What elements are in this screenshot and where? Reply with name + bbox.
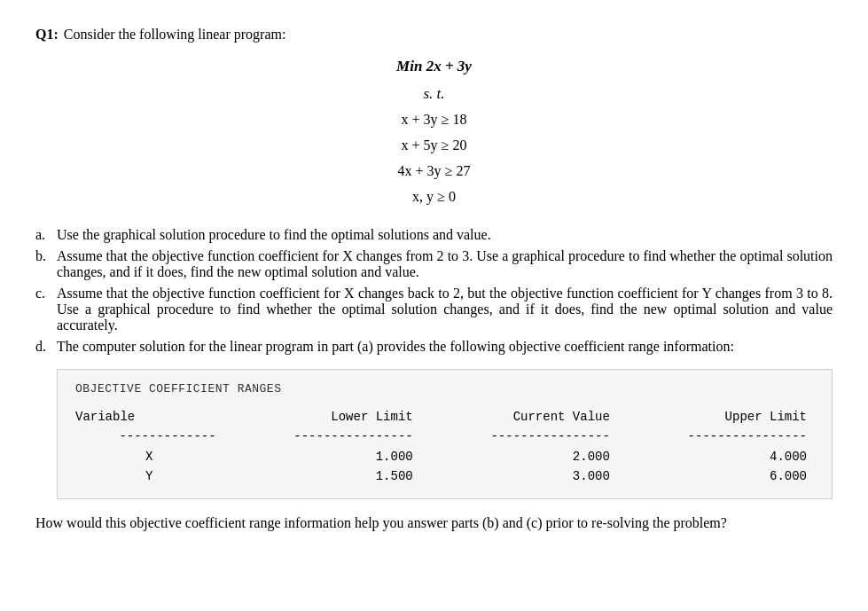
row-x-upper: 4.000 (617, 447, 814, 466)
lp-st: s. t. (35, 81, 833, 108)
table-title: OBJECTIVE COEFFICIENT RANGES (75, 382, 814, 396)
row-y-lower: 1.500 (223, 466, 420, 486)
part-c: c. Assume that the objective function co… (35, 286, 833, 333)
part-a-text: Use the graphical solution procedure to … (57, 227, 833, 243)
part-c-text: Assume that the objective function coeff… (57, 286, 833, 333)
table-row-x: X 1.000 2.000 4.000 (75, 447, 814, 466)
col-header-upper: Upper Limit (617, 408, 814, 427)
part-a: a. Use the graphical solution procedure … (35, 227, 833, 243)
lp-constraint-2: x + 5y ≥ 20 (35, 133, 833, 159)
part-d-label: d. (35, 339, 57, 355)
row-x-lower: 1.000 (223, 447, 420, 466)
part-b-text: Assume that the objective function coeff… (57, 248, 833, 280)
row-x-current: 2.000 (420, 447, 617, 466)
part-d-text: The computer solution for the linear pro… (57, 339, 833, 355)
separator-lower: ---------------- (223, 427, 420, 447)
lp-constraint-3: 4x + 3y ≥ 27 (35, 159, 833, 184)
question-header: Q1: Consider the following linear progra… (35, 27, 833, 43)
part-c-label: c. (35, 286, 57, 302)
part-b: b. Assume that the objective function co… (35, 248, 833, 280)
col-header-lower: Lower Limit (223, 408, 420, 427)
lp-constraint-1: x + 3y ≥ 18 (35, 107, 833, 133)
objective-coefficient-table-section: OBJECTIVE COEFFICIENT RANGES Variable Lo… (57, 369, 833, 499)
row-x-variable: X (75, 447, 223, 466)
coefficient-ranges-table: Variable Lower Limit Current Value Upper… (75, 408, 814, 486)
separator-current: ---------------- (420, 427, 617, 447)
parts-list: a. Use the graphical solution procedure … (35, 227, 833, 355)
separator-variable: ------------- (75, 427, 223, 447)
part-b-label: b. (35, 248, 57, 264)
separator-upper: ---------------- (617, 427, 814, 447)
question-intro: Consider the following linear program: (64, 27, 286, 43)
part-a-label: a. (35, 227, 57, 243)
final-question: How would this objective coefficient ran… (35, 515, 833, 531)
row-y-upper: 6.000 (617, 466, 814, 486)
col-header-current: Current Value (420, 408, 617, 427)
lp-objective: Min 2x + 3y (35, 53, 833, 81)
lp-problem: Min 2x + 3y s. t. x + 3y ≥ 18 x + 5y ≥ 2… (35, 53, 833, 209)
row-y-current: 3.000 (420, 466, 617, 486)
row-y-variable: Y (75, 466, 223, 486)
table-row-y: Y 1.500 3.000 6.000 (75, 466, 814, 486)
part-d: d. The computer solution for the linear … (35, 339, 833, 355)
col-header-variable: Variable (75, 408, 223, 427)
question-label: Q1: (35, 27, 59, 43)
final-question-text: How would this objective coefficient ran… (35, 515, 727, 530)
lp-constraint-4: x, y ≥ 0 (35, 184, 833, 210)
